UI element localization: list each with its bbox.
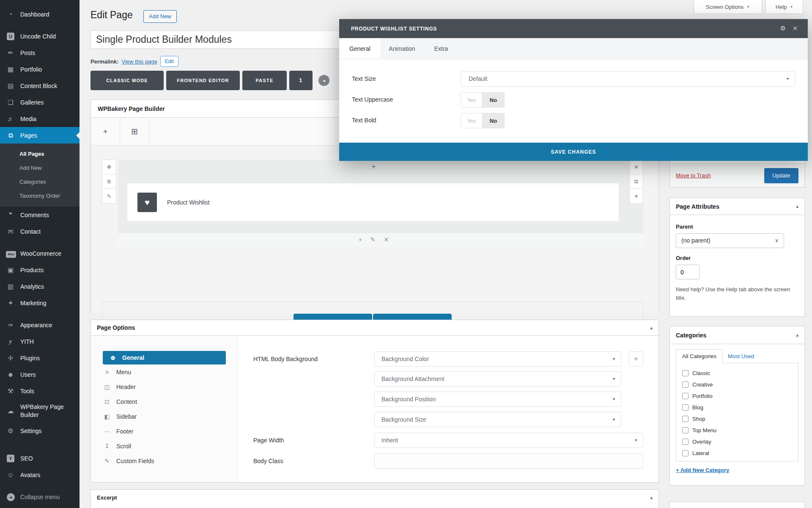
sidebar-item-posts[interactable]: ✏Posts [0, 44, 80, 61]
column-add-button[interactable]: + [359, 236, 362, 243]
gear-icon[interactable]: ⚙ [780, 25, 786, 31]
parent-select[interactable]: (no parent) ∨ [676, 233, 784, 248]
help-button[interactable]: Help ▼ [765, 0, 803, 14]
tab-header[interactable]: ◫Header [91, 379, 237, 394]
move-to-trash-link[interactable]: Move to Trash [676, 172, 710, 179]
modal-tab-animation[interactable]: Animation [381, 38, 423, 59]
category-checkbox-creative[interactable]: Creative [678, 379, 796, 390]
checkbox-icon[interactable] [682, 370, 689, 376]
sidebar-item-collapse-menu[interactable]: ◂Collapse menu [0, 489, 80, 505]
sidebar-item-plugins[interactable]: ✢Plugins [0, 350, 80, 366]
sidebar-item-tools[interactable]: ⚒Tools [0, 383, 80, 399]
sidebar-item-marketing[interactable]: ✦Marketing [0, 295, 80, 311]
text-uppercase-yes-option[interactable]: Yes [461, 93, 483, 107]
checkbox-icon[interactable] [682, 427, 689, 433]
body-class-input[interactable] [374, 453, 643, 469]
add-new-category-link[interactable]: + Add New Category [676, 467, 729, 473]
sidebar-item-products[interactable]: ▣Products [0, 262, 80, 278]
text-uppercase-no-option[interactable]: No [483, 93, 504, 107]
checkbox-icon[interactable] [682, 404, 689, 411]
sidebar-item-appearance[interactable]: ✑Appearance [0, 317, 80, 333]
tab-general[interactable]: ⊕General [103, 351, 226, 364]
excerpt-header[interactable]: Excerpt ▴ [91, 490, 658, 505]
sidebar-item-woocommerce[interactable]: WooWooCommerce [0, 245, 80, 262]
sidebar-item-yith[interactable]: yYITH [0, 333, 80, 350]
row-clone-button[interactable]: ⧉ [630, 174, 643, 189]
tab-sidebar[interactable]: ◧Sidebar [91, 409, 237, 424]
row-layout-button[interactable]: ≣ [102, 174, 116, 189]
background-size-select[interactable]: Background Size▾ [374, 412, 621, 427]
text-size-select[interactable]: Default ▾ [461, 71, 795, 87]
sidebar-item-users[interactable]: ☻Users [0, 366, 80, 383]
checkbox-icon[interactable] [682, 393, 689, 399]
add-element-icon-button[interactable]: + [91, 118, 120, 145]
sidebar-item-dashboard[interactable]: ◔Dashboard [0, 6, 80, 22]
row-delete-button[interactable]: ✕ [630, 160, 643, 174]
submenu-taxonomy-order[interactable]: Taxonomy Order [0, 189, 80, 203]
sidebar-item-pages[interactable]: ⧉Pages [0, 127, 80, 144]
sidebar-item-media[interactable]: ♬Media [0, 110, 80, 127]
tab-scroll[interactable]: ↧Scroll [91, 439, 237, 453]
sidebar-item-settings[interactable]: ⚙Settings [0, 422, 80, 439]
background-attachment-select[interactable]: Background Attachment▾ [374, 371, 621, 387]
order-input[interactable] [676, 265, 700, 279]
classic-mode-button[interactable]: CLASSIC MODE [91, 71, 164, 90]
page-width-select[interactable]: Inherit▾ [374, 433, 643, 448]
revision-count-button[interactable]: 1 [289, 71, 313, 90]
collapse-panel-icon[interactable]: ▴ [650, 495, 653, 500]
sidebar-item-uncode-child[interactable]: UUncode Child [0, 28, 80, 44]
checkbox-icon[interactable] [682, 450, 689, 456]
categories-header[interactable]: Categories ▴ [670, 326, 804, 344]
sidebar-item-wpbakery[interactable]: ☁WPBakery Page Builder [0, 399, 80, 422]
category-checkbox-overlay[interactable]: Overlay [678, 436, 796, 447]
checkbox-icon[interactable] [682, 381, 689, 388]
tab-content[interactable]: ⊡Content [91, 394, 237, 409]
tab-menu[interactable]: ≡Menu [91, 364, 237, 379]
sidebar-item-galleries[interactable]: ❏Galleries [0, 94, 80, 110]
collapse-panel-icon[interactable]: ▴ [650, 325, 653, 331]
sidebar-item-seo[interactable]: YSEO [0, 450, 80, 467]
category-checkbox-blog[interactable]: Blog [678, 402, 796, 413]
submenu-all-pages[interactable]: All Pages [0, 147, 80, 161]
submenu-add-new[interactable]: Add New [0, 161, 80, 175]
submenu-categories[interactable]: Categories [0, 175, 80, 189]
close-icon[interactable]: ✕ [793, 25, 798, 31]
add-new-button[interactable]: Add New [143, 10, 177, 23]
category-checkbox-classic[interactable]: Classic [678, 367, 796, 379]
column-delete-button[interactable]: ✕ [384, 236, 389, 243]
view-this-page-link[interactable]: View this page [121, 58, 157, 65]
featured-image-header[interactable]: Featured image ▴ [670, 502, 804, 508]
sidebar-item-contact[interactable]: ✉Contact [0, 223, 80, 240]
tab-footer[interactable]: ⋯Footer [91, 424, 237, 439]
product-wishlist-element[interactable]: ♥ Product Wishlist [127, 183, 619, 221]
tab-most-used[interactable]: Most Used [728, 349, 754, 363]
background-position-select[interactable]: Background Position▾ [374, 392, 621, 407]
collapse-panel-icon[interactable]: ▴ [796, 332, 798, 338]
text-bold-no-option[interactable]: No [483, 113, 504, 128]
text-bold-yes-option[interactable]: Yes [461, 113, 483, 128]
background-color-select[interactable]: Background Color▾ [374, 351, 621, 367]
checkbox-icon[interactable] [682, 416, 689, 422]
category-checkbox-top-menu[interactable]: Top Menu [678, 425, 796, 436]
collapse-panel-icon[interactable]: ▴ [796, 204, 798, 209]
modal-tab-extra[interactable]: Extra [423, 38, 459, 59]
row-drag-handle[interactable]: ✥ [102, 160, 116, 174]
checkbox-icon[interactable] [682, 439, 689, 445]
category-checkbox-lateral[interactable]: Lateral [678, 447, 796, 459]
category-checkbox-shop[interactable]: Shop [678, 413, 796, 425]
save-changes-button[interactable]: SAVE CHANGES [339, 143, 808, 161]
screen-options-button[interactable]: Screen Options ▼ [694, 0, 762, 14]
category-checkbox-portfolio[interactable]: Portfolio [678, 390, 796, 402]
paste-button[interactable]: PASTE [242, 71, 287, 90]
tab-all-categories[interactable]: All Categories [676, 349, 723, 363]
row-edit-button[interactable]: ✎ [102, 189, 116, 203]
page-attributes-header[interactable]: Page Attributes ▴ [670, 198, 804, 215]
sidebar-item-analytics[interactable]: ▥Analytics [0, 278, 80, 295]
sidebar-item-avatars[interactable]: ☺Avatars [0, 467, 80, 483]
update-button[interactable]: Update [764, 168, 798, 183]
sidebar-item-content-block[interactable]: ▤Content Block [0, 77, 80, 94]
column-edit-button[interactable]: ✎ [370, 236, 376, 243]
sidebar-item-comments[interactable]: ❞Comments [0, 207, 80, 223]
row-add-element-button[interactable]: + [371, 163, 376, 171]
frontend-editor-button[interactable]: FRONTEND EDITOR [166, 71, 240, 90]
